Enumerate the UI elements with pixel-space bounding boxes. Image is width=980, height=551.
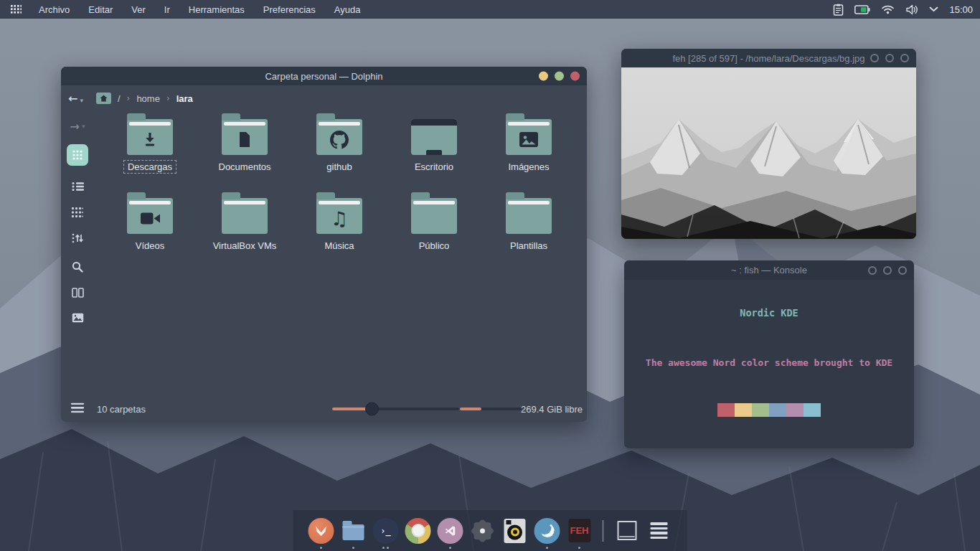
file-manager-icon [343, 524, 364, 540]
zoom-slider-knob[interactable] [365, 402, 379, 416]
folder-item-plantillas[interactable]: Plantillas [481, 192, 576, 260]
menu-ver[interactable]: Ver [131, 4, 146, 15]
system-tray: 15:00 [833, 4, 973, 16]
compact-view-button[interactable] [67, 203, 88, 222]
maximize-button[interactable] [555, 72, 564, 81]
menu-ayuda[interactable]: Ayuda [334, 4, 361, 15]
breadcrumb-root[interactable]: / [118, 93, 121, 104]
menu-archivo[interactable]: Archivo [39, 4, 70, 15]
swatch-red [717, 403, 735, 417]
dock-item-night-app[interactable] [534, 517, 561, 545]
folder-item-videos[interactable]: Vídeos [103, 192, 197, 260]
firefox-icon [308, 518, 334, 544]
preview-icon [72, 313, 84, 323]
folder-item-documentos[interactable]: Documentos [197, 113, 292, 182]
split-view-button[interactable] [67, 283, 88, 302]
terminal-heading: Nordic KDE [624, 307, 914, 319]
chevron-down-icon[interactable] [929, 6, 938, 12]
swatch-cyan [804, 403, 821, 417]
dock-item-terminal[interactable]: ›_ [372, 517, 400, 545]
folder-item-escritorio[interactable]: Escritorio [387, 113, 481, 182]
konsole-titlebar[interactable]: ~ : fish — Konsole [624, 260, 914, 280]
folder-label: Vídeos [133, 240, 167, 251]
icons-view-button[interactable] [67, 144, 88, 166]
dock-item-file-manager[interactable] [340, 517, 367, 545]
zoom-slider[interactable] [332, 408, 459, 410]
folder-item-virtualbox[interactable]: VirtualBox VMs [197, 192, 292, 260]
close-button[interactable] [898, 266, 907, 275]
folder-icon [222, 198, 268, 234]
clock[interactable]: 15:00 [949, 4, 973, 15]
global-menubar: Archivo Editar Ver Ir Herramientas Prefe… [0, 0, 980, 19]
maximize-button[interactable] [885, 54, 894, 62]
details-view-icon [72, 182, 84, 192]
clipboard-icon[interactable] [833, 4, 844, 16]
folder-grid: Descargas Documentos github Escritorio [103, 113, 576, 260]
folder-item-github[interactable]: github [292, 113, 387, 182]
app-grid-icon[interactable] [10, 4, 22, 14]
forward-caret-icon: ▾ [82, 123, 85, 130]
menu-herramientas[interactable]: Herramientas [189, 4, 245, 15]
dolphin-sidebar: →▾ [61, 111, 93, 396]
wifi-icon[interactable] [881, 4, 895, 14]
folder-label: Imágenes [505, 161, 552, 172]
folder-label: Plantillas [507, 240, 550, 251]
menu-ir[interactable]: Ir [164, 4, 170, 15]
download-glyph-icon [141, 131, 159, 149]
search-icon [72, 261, 83, 273]
show-desktop-icon [617, 521, 636, 540]
folder-item-descargas[interactable]: Descargas [103, 113, 197, 182]
swatch-purple [786, 403, 804, 417]
video-glyph-icon [140, 212, 161, 225]
dock-item-settings[interactable] [469, 517, 496, 545]
sort-button[interactable] [67, 229, 88, 248]
breadcrumb: / › home › lara [96, 93, 193, 104]
home-folder-icon[interactable] [96, 93, 111, 104]
folder-item-imagenes[interactable]: Imágenes [481, 113, 576, 182]
menu-items: Archivo Editar Ver Ir Herramientas Prefe… [39, 4, 360, 15]
search-button[interactable] [67, 258, 88, 276]
folder-icon [127, 198, 173, 234]
hamburger-icon [71, 403, 84, 413]
dock-separator [603, 520, 604, 542]
maximize-button[interactable] [883, 266, 892, 275]
dock-item-chromium[interactable] [405, 517, 432, 545]
dock-item-firefox[interactable] [308, 517, 335, 545]
dock-item-feh[interactable]: FEH [566, 517, 593, 545]
dolphin-title: Carpeta personal — Dolphin [265, 71, 382, 82]
minimize-button[interactable] [870, 54, 879, 62]
forward-button[interactable]: →▾ [67, 117, 88, 136]
breadcrumb-separator-icon: › [166, 93, 170, 103]
control-menu-button[interactable] [71, 403, 84, 415]
menu-preferencias[interactable]: Preferencias [263, 4, 316, 15]
folder-item-publico[interactable]: Público [387, 192, 481, 260]
back-button[interactable]: ←▾ [68, 92, 83, 105]
preview-button[interactable] [67, 309, 88, 327]
folder-icon [316, 119, 362, 155]
feh-icon: FEH [568, 519, 590, 542]
terminal-output[interactable]: Nordic KDE The awesome Nord color scheme… [624, 280, 914, 448]
free-space-bar-fill [460, 408, 481, 410]
terminal-icon: ›_ [373, 518, 399, 544]
breadcrumb-lara[interactable]: lara [176, 93, 193, 104]
dock-item-music-player[interactable] [501, 517, 529, 545]
dock-item-app-menu[interactable] [646, 517, 673, 545]
close-button[interactable] [570, 72, 580, 81]
breadcrumb-home[interactable]: home [136, 93, 160, 104]
details-view-button[interactable] [67, 177, 88, 196]
close-button[interactable] [900, 54, 909, 62]
menu-editar[interactable]: Editar [88, 4, 113, 15]
feh-titlebar[interactable]: feh [285 of 597] - /home/lara/Descargas/… [621, 49, 916, 67]
dock-item-show-desktop[interactable] [613, 517, 641, 545]
code-editor-icon [438, 518, 463, 544]
battery-icon[interactable] [854, 5, 870, 14]
folder-item-musica[interactable]: ♫ Música [292, 192, 387, 260]
folder-label: Documentos [216, 161, 274, 172]
dolphin-titlebar[interactable]: Carpeta personal — Dolphin [61, 67, 587, 85]
minimize-button[interactable] [539, 72, 548, 81]
folder-icon [506, 198, 552, 234]
dock-item-code-editor[interactable] [437, 517, 464, 545]
minimize-button[interactable] [868, 266, 877, 275]
volume-icon[interactable] [905, 4, 918, 15]
window-buttons [539, 72, 580, 81]
